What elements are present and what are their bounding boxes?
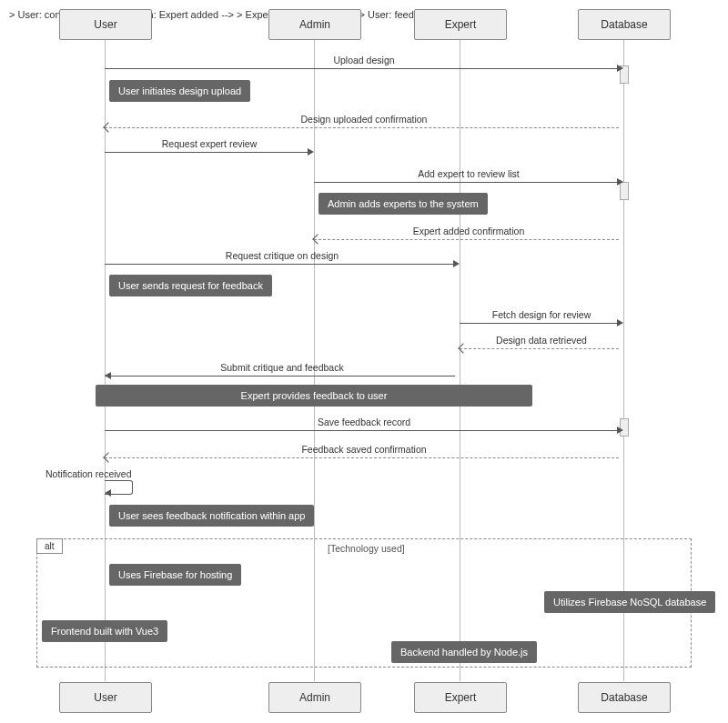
message-line <box>105 430 617 431</box>
message-line <box>460 348 619 349</box>
actor-label: Expert <box>445 691 477 704</box>
note-box: User sends request for feedback <box>109 275 272 296</box>
note-text: Frontend built with Vue3 <box>51 626 158 637</box>
arrow-right-icon <box>453 260 460 267</box>
actor-label: User <box>94 691 116 704</box>
arrow-left-icon <box>105 489 111 497</box>
message-label: Request expert review <box>109 138 309 151</box>
actor-admin-top: Admin <box>268 9 361 40</box>
note-box: Utilizes Firebase NoSQL database <box>544 591 715 613</box>
note-text: User initiates design upload <box>118 85 241 96</box>
message-label: Submit critique and feedback <box>109 362 455 375</box>
actor-label: Database <box>601 18 647 31</box>
message-label: Request critique on design <box>109 250 455 263</box>
message-label: Expert added confirmation <box>318 226 619 238</box>
message-line <box>105 457 619 458</box>
arrow-right-icon <box>617 427 623 434</box>
arrow-right-icon <box>617 178 623 186</box>
actor-user-top: User <box>59 9 152 40</box>
actor-database-top: Database <box>578 9 671 40</box>
note-box: Admin adds experts to the system <box>318 193 488 215</box>
actor-admin-bottom: Admin <box>268 682 361 713</box>
note-box: Expert provides feedback to user <box>96 385 532 407</box>
actor-database-bottom: Database <box>578 682 671 713</box>
arrow-right-icon <box>308 148 314 156</box>
actor-expert-top: Expert <box>414 9 507 40</box>
note-text: User sees feedback notification within a… <box>118 510 305 521</box>
message-label: Feedback saved confirmation <box>109 444 619 457</box>
message-label: Fetch design for review <box>464 309 619 322</box>
arrow-left-icon <box>105 372 111 379</box>
message-label: Add expert to review list <box>318 168 619 181</box>
alt-title: [Technology used] <box>328 543 405 554</box>
note-box: User initiates design upload <box>109 80 250 102</box>
message-line <box>314 182 617 183</box>
arrow-right-icon <box>617 65 623 72</box>
actor-expert-bottom: Expert <box>414 682 507 713</box>
note-text: Admin adds experts to the system <box>328 198 479 209</box>
actor-label: Expert <box>445 18 477 31</box>
note-text: Uses Firebase for hosting <box>118 569 232 580</box>
message-label: Save feedback record <box>109 417 619 429</box>
note-text: Backend handled by Node.js <box>400 647 528 658</box>
message-line <box>105 376 455 377</box>
note-text: Expert provides feedback to user <box>241 390 388 401</box>
message-line <box>105 68 617 69</box>
actor-label: User <box>94 18 116 31</box>
note-box: Frontend built with Vue3 <box>42 620 167 642</box>
alt-label-text: alt <box>45 541 55 551</box>
message-label: Upload design <box>109 55 619 67</box>
sequence-diagram: User Admin Expert Database Upload design… <box>9 9 719 714</box>
actor-label: Database <box>601 691 647 704</box>
message-label: Notification received <box>46 468 164 481</box>
note-text: Utilizes Firebase NoSQL database <box>553 597 706 608</box>
message-label: Design uploaded confirmation <box>109 114 619 126</box>
note-box: User sees feedback notification within a… <box>109 505 314 527</box>
message-line <box>105 152 309 153</box>
note-box: Uses Firebase for hosting <box>109 564 241 586</box>
arrow-right-icon <box>617 319 623 326</box>
note-text: User sends request for feedback <box>118 280 263 291</box>
note-box: Backend handled by Node.js <box>391 641 537 663</box>
actor-user-bottom: User <box>59 682 152 713</box>
message-line <box>460 323 619 324</box>
alt-label: alt <box>36 538 63 554</box>
message-line <box>314 239 619 240</box>
message-label: Design data retrieved <box>464 335 619 347</box>
message-line <box>105 127 619 128</box>
message-line <box>105 264 455 265</box>
actor-label: Admin <box>299 18 330 31</box>
actor-label: Admin <box>299 691 330 704</box>
